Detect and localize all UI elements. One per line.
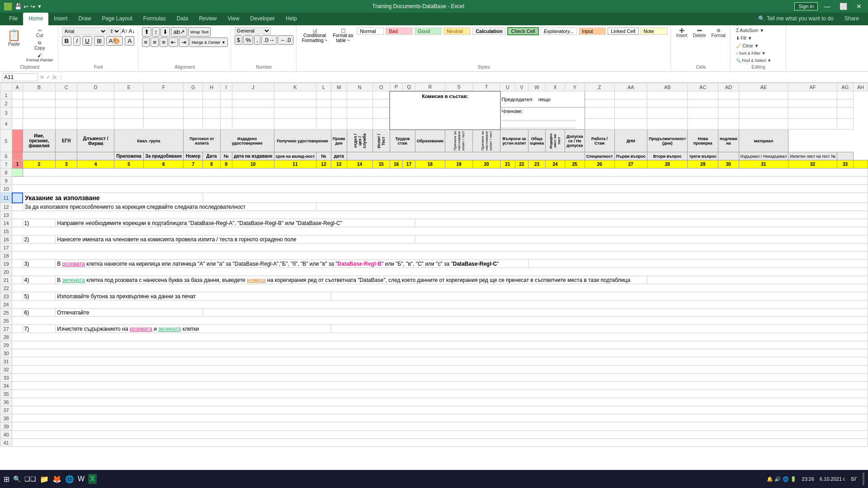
- style-bad[interactable]: Bad: [386, 28, 413, 35]
- cell-row28[interactable]: [12, 333, 868, 341]
- cell-row29[interactable]: [12, 341, 868, 349]
- cell-AE4[interactable]: [718, 118, 739, 130]
- align-bottom-button[interactable]: ⬇: [160, 27, 170, 37]
- cell-af6[interactable]: Издържал / Неиздържал: [739, 152, 788, 160]
- style-calculation[interactable]: Calculation: [472, 28, 505, 35]
- style-check-cell[interactable]: Check Cell: [507, 27, 538, 35]
- cell-row10[interactable]: [12, 185, 868, 193]
- cell-AD2[interactable]: [688, 99, 718, 108]
- tab-page-layout[interactable]: Page Layout: [96, 13, 137, 25]
- row-num-27[interactable]: 27: [0, 325, 12, 333]
- cell-AC4[interactable]: [647, 118, 688, 130]
- col-header-AC[interactable]: AC: [688, 83, 718, 91]
- row-num-31[interactable]: 31: [0, 357, 12, 366]
- cell-E4[interactable]: [114, 118, 144, 130]
- cell-rest-16[interactable]: [415, 235, 868, 244]
- cell-D4[interactable]: [77, 118, 114, 130]
- cell-M6[interactable]: дата: [331, 152, 347, 160]
- row-num-22[interactable]: 22: [0, 284, 12, 292]
- col-header-A[interactable]: A: [12, 83, 23, 91]
- row-num-2[interactable]: 2: [0, 99, 12, 108]
- percent-button[interactable]: $: [235, 35, 242, 45]
- style-good[interactable]: Good: [415, 28, 442, 35]
- cell-O3[interactable]: [373, 108, 390, 119]
- cell-general-header[interactable]: Обща оценка: [528, 130, 545, 152]
- cell-AH4[interactable]: [837, 118, 853, 130]
- style-neutral[interactable]: Neutral: [443, 28, 471, 35]
- cell-K6[interactable]: срок на валид-ност: [274, 152, 316, 160]
- close-icon[interactable]: ✕: [854, 3, 864, 10]
- align-left-button[interactable]: ≡: [142, 38, 150, 47]
- cell-C2[interactable]: [56, 99, 77, 108]
- cell-checked-header[interactable]: Прове ден: [331, 130, 347, 152]
- cell-G3[interactable]: [184, 108, 203, 119]
- cell-something2[interactable]: Причина за настояване изпит / тест: [473, 130, 500, 152]
- cell-E7[interactable]: 5: [114, 160, 144, 169]
- row-num-12[interactable]: 12: [0, 203, 12, 211]
- cell-L7[interactable]: 12: [316, 160, 331, 169]
- cell-row34[interactable]: [12, 382, 868, 390]
- col-header-AH[interactable]: AH: [854, 83, 868, 91]
- row-num-34[interactable]: 34: [0, 382, 12, 390]
- cell-ispyt-header[interactable]: Испит / Тест: [373, 130, 390, 152]
- row-num-10[interactable]: 10: [0, 185, 12, 193]
- col-header-O[interactable]: O: [373, 83, 390, 91]
- cell-H1[interactable]: [203, 91, 220, 99]
- cell-step3-num[interactable]: 3): [23, 260, 56, 268]
- cell-A4[interactable]: [12, 118, 23, 130]
- cell-work-header[interactable]: Работа / Стаж: [585, 130, 614, 152]
- row-num-37[interactable]: 37: [0, 406, 12, 414]
- cell-members-area[interactable]: Членове:: [500, 108, 585, 130]
- cell-A12[interactable]: [12, 203, 23, 211]
- name-box[interactable]: [2, 73, 38, 81]
- decrease-decimal-button[interactable]: ←.0: [278, 35, 293, 45]
- col-header-W[interactable]: W: [528, 83, 545, 91]
- cell-AG1[interactable]: [788, 91, 837, 99]
- cell-F1[interactable]: [144, 91, 184, 99]
- save-icon[interactable]: 💾: [14, 3, 22, 10]
- tab-developer[interactable]: Developer: [245, 13, 280, 25]
- col-header-P[interactable]: P: [390, 83, 402, 91]
- row-num-1[interactable]: 1: [0, 91, 12, 99]
- cell-B3[interactable]: [23, 108, 56, 119]
- tab-view[interactable]: View: [222, 13, 245, 25]
- increase-font-icon[interactable]: A↑: [122, 28, 128, 34]
- cell-I7[interactable]: 9: [220, 160, 232, 169]
- col-header-AD[interactable]: AD: [718, 83, 739, 91]
- col-header-AF[interactable]: AF: [788, 83, 837, 91]
- align-top-button[interactable]: ⬆: [142, 27, 151, 37]
- cell-A2[interactable]: [12, 99, 23, 108]
- cell-L6[interactable]: №: [316, 152, 331, 160]
- fill-color-button[interactable]: A🎨: [106, 36, 123, 46]
- cell-N6-merged[interactable]: [347, 152, 585, 160]
- cell-AD4[interactable]: [688, 118, 718, 130]
- task-view-icon[interactable]: ❑❑: [24, 475, 36, 483]
- cell-egn-header[interactable]: ЕГН: [56, 130, 77, 152]
- row-num-40[interactable]: 40: [0, 431, 12, 439]
- cell-A5[interactable]: [12, 130, 23, 152]
- cell-AG3[interactable]: [788, 108, 837, 119]
- cell-N1[interactable]: [347, 91, 373, 99]
- cell-E2[interactable]: [114, 99, 144, 108]
- col-header-B[interactable]: B: [23, 83, 56, 91]
- cell-C3[interactable]: [56, 108, 77, 119]
- cell-step3-text[interactable]: В розовата клетка нанесете на кирилица и…: [56, 260, 528, 268]
- cell-B6[interactable]: [23, 152, 56, 160]
- cell-R7[interactable]: 18: [415, 160, 445, 169]
- underline-button[interactable]: U: [82, 36, 92, 46]
- cell-A21[interactable]: [12, 276, 23, 284]
- cell-F7[interactable]: 6: [144, 160, 184, 169]
- increase-decimal-button[interactable]: .0→: [261, 35, 277, 45]
- cell-Q7[interactable]: 17: [403, 160, 415, 169]
- col-header-T[interactable]: T: [473, 83, 500, 91]
- cell-B4[interactable]: [23, 118, 56, 130]
- cell-G7[interactable]: 7: [184, 160, 203, 169]
- row-num-33[interactable]: 33: [0, 374, 12, 382]
- col-header-F[interactable]: F: [144, 83, 184, 91]
- cell-AG4[interactable]: [788, 118, 837, 130]
- cell-kval-header[interactable]: Квал. група: [114, 130, 184, 152]
- cell-AH2[interactable]: [837, 99, 853, 108]
- tab-help[interactable]: Help: [280, 13, 302, 25]
- cell-AB7[interactable]: 28: [647, 160, 688, 169]
- cell-F4[interactable]: [144, 118, 184, 130]
